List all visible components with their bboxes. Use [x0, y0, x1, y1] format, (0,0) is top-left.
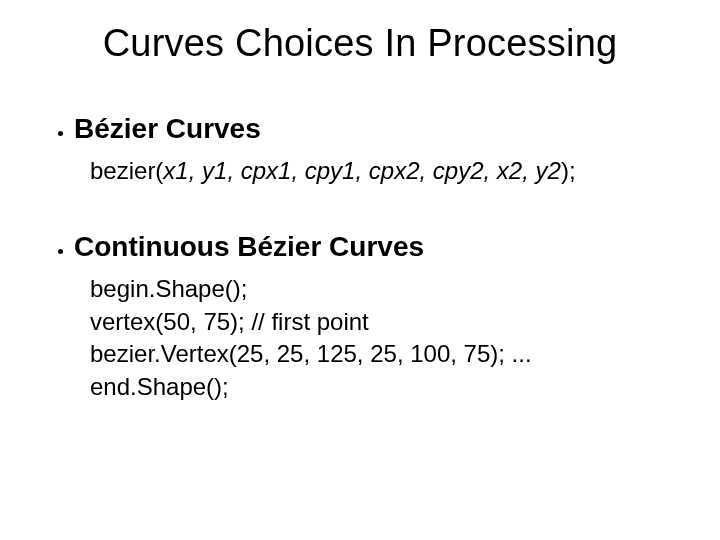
code-line: bezier.Vertex(25, 25, 125, 25, 100, 75);… — [90, 338, 680, 370]
code-prefix: bezier( — [90, 157, 163, 184]
bullet-item-continuous: Continuous Bézier Curves begin.Shape(); … — [74, 231, 680, 403]
slide-title: Curves Choices In Processing — [40, 22, 680, 65]
code-line: bezier(x1, y1, cpx1, cpy1, cpx2, cpy2, x… — [90, 155, 680, 187]
code-line: end.Shape(); — [90, 371, 680, 403]
bullet-list: Bézier Curves bezier(x1, y1, cpx1, cpy1,… — [40, 113, 680, 403]
bullet-heading: Continuous Bézier Curves — [74, 231, 680, 263]
code-params: x1, y1, cpx1, cpy1, cpx2, cpy2, x2, y2 — [163, 157, 561, 184]
bullet-heading: Bézier Curves — [74, 113, 680, 145]
code-block: bezier(x1, y1, cpx1, cpy1, cpx2, cpy2, x… — [90, 155, 680, 187]
code-line: begin.Shape(); — [90, 273, 680, 305]
bullet-item-bezier: Bézier Curves bezier(x1, y1, cpx1, cpy1,… — [74, 113, 680, 187]
code-block: begin.Shape(); vertex(50, 75); // first … — [90, 273, 680, 403]
code-line: vertex(50, 75); // first point — [90, 306, 680, 338]
slide: Curves Choices In Processing Bézier Curv… — [0, 0, 720, 540]
code-suffix: ); — [561, 157, 576, 184]
